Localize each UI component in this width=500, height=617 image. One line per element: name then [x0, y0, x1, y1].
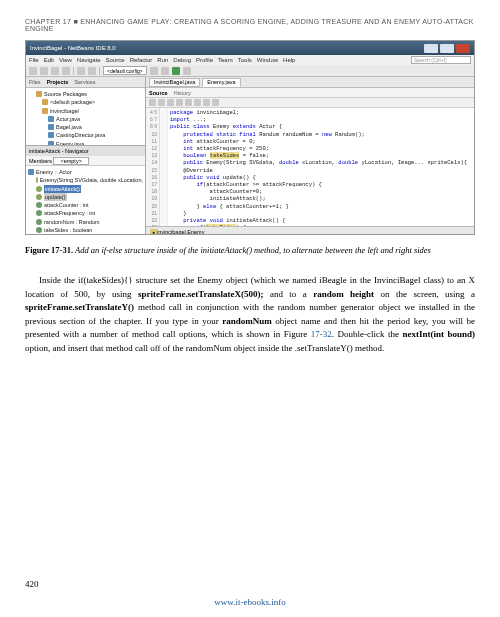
- window-titlebar: InvinciBagel - NetBeans IDE 8.0: [26, 41, 474, 55]
- build-icon[interactable]: [150, 67, 158, 75]
- ed-icon[interactable]: [158, 99, 165, 106]
- figure-caption: Figure 17-31. Add an if-else structure i…: [25, 245, 475, 256]
- new-project-icon[interactable]: [40, 67, 48, 75]
- package-icon: [42, 99, 48, 105]
- debug-icon[interactable]: [183, 67, 191, 75]
- java-icon: [48, 132, 54, 138]
- editor-panel: InvinciBagel.java Enemy.java Source Hist…: [146, 77, 474, 235]
- separator: [99, 67, 100, 75]
- package-icon: [36, 91, 42, 97]
- caption-text: Add an if-else structure inside of the i…: [75, 245, 431, 255]
- method-icon: [36, 177, 38, 183]
- config-dropdown[interactable]: <default config>: [103, 66, 147, 75]
- member-field[interactable]: randomNum : Random: [28, 218, 143, 226]
- editor-tab-invincibagel[interactable]: InvinciBagel.java: [149, 78, 200, 87]
- menu-debug[interactable]: Debug: [173, 57, 191, 63]
- ed-icon[interactable]: [194, 99, 201, 106]
- menu-team[interactable]: Team: [218, 57, 233, 63]
- footer-link[interactable]: www.it-ebooks.info: [0, 597, 500, 607]
- subtab-source[interactable]: Source: [149, 90, 168, 96]
- close-button[interactable]: [456, 44, 470, 53]
- member-field[interactable]: attackFrequency : int: [28, 209, 143, 217]
- ed-icon[interactable]: [167, 99, 174, 106]
- member-initiateattack[interactable]: initiateAttack(): [28, 185, 143, 193]
- tab-files[interactable]: Files: [29, 79, 41, 85]
- maximize-button[interactable]: [440, 44, 454, 53]
- left-panel: Files Projects Services Source Packages …: [26, 77, 146, 235]
- field-icon: [36, 227, 42, 233]
- menu-edit[interactable]: Edit: [44, 57, 54, 63]
- tree-package[interactable]: invincibagel: [28, 107, 143, 115]
- editor-toolbar: [146, 98, 474, 108]
- status-text: invincibagel.Enemy: [157, 229, 204, 235]
- tree-class[interactable]: CastingDirector.java: [28, 131, 143, 139]
- field-icon: [36, 202, 42, 208]
- tab-projects[interactable]: Projects: [47, 79, 69, 85]
- editor-area[interactable]: 4 5 6 7 8 9 10 11 12 13 14 15 16 17 18 1…: [146, 108, 474, 226]
- separator: [73, 67, 74, 75]
- toolbar: <default config>: [26, 65, 474, 77]
- members-filter[interactable]: <empty>: [53, 157, 88, 165]
- minimize-button[interactable]: [424, 44, 438, 53]
- menu-help[interactable]: Help: [283, 57, 295, 63]
- undo-icon[interactable]: [77, 67, 85, 75]
- figure-number: Figure 17-31.: [25, 245, 73, 255]
- tree-class[interactable]: Actor.java: [28, 115, 143, 123]
- class-icon: [28, 169, 34, 175]
- menu-refactor[interactable]: Refactor: [130, 57, 153, 63]
- project-tree[interactable]: Source Packages <default package> invinc…: [26, 88, 145, 145]
- editor-tabs: InvinciBagel.java Enemy.java: [146, 77, 474, 88]
- member-field[interactable]: attackCounter : int: [28, 201, 143, 209]
- menu-profile[interactable]: Profile: [196, 57, 213, 63]
- tab-services[interactable]: Services: [74, 79, 95, 85]
- navigator-panel: initiateAttack - Navigator Members <empt…: [26, 145, 145, 235]
- menu-file[interactable]: File: [29, 57, 39, 63]
- ed-icon[interactable]: [149, 99, 156, 106]
- menu-tools[interactable]: Tools: [238, 57, 252, 63]
- member-field[interactable]: takeSides : boolean: [28, 226, 143, 234]
- save-icon[interactable]: [62, 67, 70, 75]
- method-icon: [36, 186, 42, 192]
- menu-navigate[interactable]: Navigate: [77, 57, 101, 63]
- menu-run[interactable]: Run: [157, 57, 168, 63]
- navigator-header: initiateAttack - Navigator: [26, 146, 145, 156]
- code-area[interactable]: package invincibagel; import ...; public…: [168, 108, 474, 226]
- menubar-items: File Edit View Navigate Source Refactor …: [29, 57, 295, 63]
- status-bar: ⬥ invincibagel.Enemy: [146, 226, 474, 235]
- members-tree[interactable]: Enemy :: Actor Enemy(String SVGdata, dou…: [26, 166, 145, 235]
- line-gutter: 4 5 6 7 8 9 10 11 12 13 14 15 16 17 18 1…: [146, 108, 160, 226]
- ed-icon[interactable]: [212, 99, 219, 106]
- java-icon: [48, 116, 54, 122]
- menu-source[interactable]: Source: [106, 57, 125, 63]
- member-ctor[interactable]: Enemy(String SVGdata, double xLocation,: [28, 176, 143, 184]
- tree-default-package[interactable]: <default package>: [28, 98, 143, 106]
- editor-tab-enemy[interactable]: Enemy.java: [202, 78, 240, 87]
- menu-view[interactable]: View: [59, 57, 72, 63]
- field-icon: [36, 219, 42, 225]
- ide-body: Files Projects Services Source Packages …: [26, 77, 474, 235]
- paragraph: Inside the if(takeSides){} structure set…: [25, 274, 475, 355]
- tree-source-packages[interactable]: Source Packages: [28, 90, 143, 98]
- method-icon: [36, 194, 42, 200]
- tree-class[interactable]: Bagel.java: [28, 123, 143, 131]
- open-icon[interactable]: [51, 67, 59, 75]
- ed-icon[interactable]: [176, 99, 183, 106]
- search-input[interactable]: Search (Ctrl+I): [411, 56, 471, 64]
- ed-icon[interactable]: [203, 99, 210, 106]
- navigator-sub: Members <empty>: [26, 156, 145, 166]
- fold-gutter[interactable]: [160, 108, 168, 226]
- members-label: Members: [29, 158, 52, 164]
- run-icon[interactable]: [172, 67, 180, 75]
- menu-window[interactable]: Window: [257, 57, 278, 63]
- redo-icon[interactable]: [88, 67, 96, 75]
- member-update[interactable]: update(): [28, 193, 143, 201]
- new-file-icon[interactable]: [29, 67, 37, 75]
- ed-icon[interactable]: [185, 99, 192, 106]
- editor-subtabs: Source History: [146, 88, 474, 98]
- page-number: 420: [25, 579, 39, 589]
- member-class[interactable]: Enemy :: Actor: [28, 168, 143, 176]
- figure-xref[interactable]: 17-32: [311, 329, 332, 339]
- clean-icon[interactable]: [161, 67, 169, 75]
- subtab-history[interactable]: History: [174, 90, 191, 96]
- breadcrumb-icon: ⬥: [150, 229, 157, 235]
